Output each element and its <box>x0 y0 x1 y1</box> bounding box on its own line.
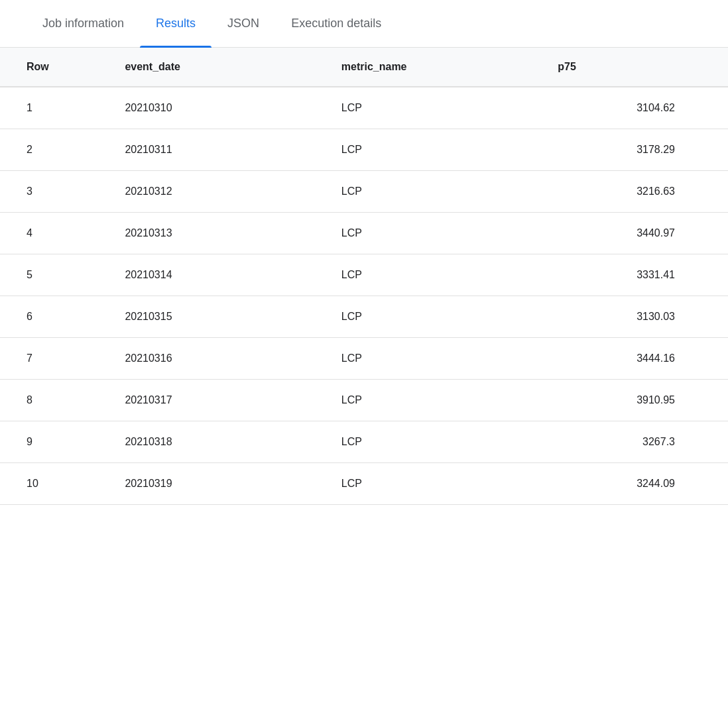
table-header-row: Row event_date metric_name p75 <box>0 48 728 87</box>
tab-results-label: Results <box>156 17 196 30</box>
tab-json-label: JSON <box>227 17 259 30</box>
table-row: 820210317LCP3910.95 <box>0 380 728 421</box>
table-cell-row10-col3: LCP <box>315 463 531 505</box>
table-row: 520210314LCP3331.41 <box>0 254 728 296</box>
table-cell-row4-col1: 4 <box>0 213 98 254</box>
table-cell-row3-col2: 20210312 <box>98 171 314 213</box>
tab-json[interactable]: JSON <box>212 0 275 48</box>
table-row: 1020210319LCP3244.09 <box>0 463 728 505</box>
table-row: 420210313LCP3440.97 <box>0 213 728 254</box>
col-header-event-date: event_date <box>98 48 314 87</box>
table-row: 320210312LCP3216.63 <box>0 171 728 213</box>
table-cell-row8-col2: 20210317 <box>98 380 314 421</box>
table-cell-row2-col3: LCP <box>315 129 531 171</box>
table-cell-row3-col4: 3216.63 <box>531 171 728 213</box>
tab-execution-details-label: Execution details <box>291 17 381 30</box>
table-cell-row1-col1: 1 <box>0 87 98 129</box>
table-cell-row5-col2: 20210314 <box>98 254 314 296</box>
table-cell-row10-col2: 20210319 <box>98 463 314 505</box>
table-cell-row9-col2: 20210318 <box>98 421 314 463</box>
table-cell-row4-col3: LCP <box>315 213 531 254</box>
table-cell-row10-col4: 3244.09 <box>531 463 728 505</box>
table-cell-row7-col2: 20210316 <box>98 338 314 380</box>
table-cell-row9-col4: 3267.3 <box>531 421 728 463</box>
table-cell-row4-col4: 3440.97 <box>531 213 728 254</box>
table-cell-row1-col2: 20210310 <box>98 87 314 129</box>
table-cell-row9-col1: 9 <box>0 421 98 463</box>
table-cell-row9-col3: LCP <box>315 421 531 463</box>
table-cell-row10-col1: 10 <box>0 463 98 505</box>
table-cell-row7-col4: 3444.16 <box>531 338 728 380</box>
tab-job-information-label: Job information <box>42 17 124 30</box>
table-cell-row3-col1: 3 <box>0 171 98 213</box>
tab-execution-details[interactable]: Execution details <box>275 0 397 48</box>
tabs-bar: Job information Results JSON Execution d… <box>0 0 728 48</box>
table-cell-row2-col4: 3178.29 <box>531 129 728 171</box>
table-cell-row6-col1: 6 <box>0 296 98 338</box>
table-row: 120210310LCP3104.62 <box>0 87 728 129</box>
table-cell-row8-col3: LCP <box>315 380 531 421</box>
table-cell-row8-col4: 3910.95 <box>531 380 728 421</box>
table-cell-row1-col3: LCP <box>315 87 531 129</box>
table-cell-row7-col3: LCP <box>315 338 531 380</box>
table-cell-row3-col3: LCP <box>315 171 531 213</box>
table-cell-row5-col4: 3331.41 <box>531 254 728 296</box>
table-row: 620210315LCP3130.03 <box>0 296 728 338</box>
table-row: 220210311LCP3178.29 <box>0 129 728 171</box>
tab-results[interactable]: Results <box>140 0 212 48</box>
table-row: 720210316LCP3444.16 <box>0 338 728 380</box>
table-cell-row2-col1: 2 <box>0 129 98 171</box>
results-table-wrapper: Row event_date metric_name p75 120210310… <box>0 48 728 505</box>
table-header: Row event_date metric_name p75 <box>0 48 728 87</box>
table-cell-row4-col2: 20210313 <box>98 213 314 254</box>
table-cell-row1-col4: 3104.62 <box>531 87 728 129</box>
table-cell-row6-col2: 20210315 <box>98 296 314 338</box>
table-body: 120210310LCP3104.62220210311LCP3178.2932… <box>0 87 728 505</box>
table-cell-row8-col1: 8 <box>0 380 98 421</box>
table-cell-row5-col3: LCP <box>315 254 531 296</box>
col-header-metric-name: metric_name <box>315 48 531 87</box>
col-header-p75: p75 <box>531 48 728 87</box>
table-row: 920210318LCP3267.3 <box>0 421 728 463</box>
table-cell-row2-col2: 20210311 <box>98 129 314 171</box>
tab-job-information[interactable]: Job information <box>27 0 140 48</box>
results-table: Row event_date metric_name p75 120210310… <box>0 48 728 505</box>
table-cell-row5-col1: 5 <box>0 254 98 296</box>
table-cell-row7-col1: 7 <box>0 338 98 380</box>
table-cell-row6-col4: 3130.03 <box>531 296 728 338</box>
table-cell-row6-col3: LCP <box>315 296 531 338</box>
col-header-row: Row <box>0 48 98 87</box>
